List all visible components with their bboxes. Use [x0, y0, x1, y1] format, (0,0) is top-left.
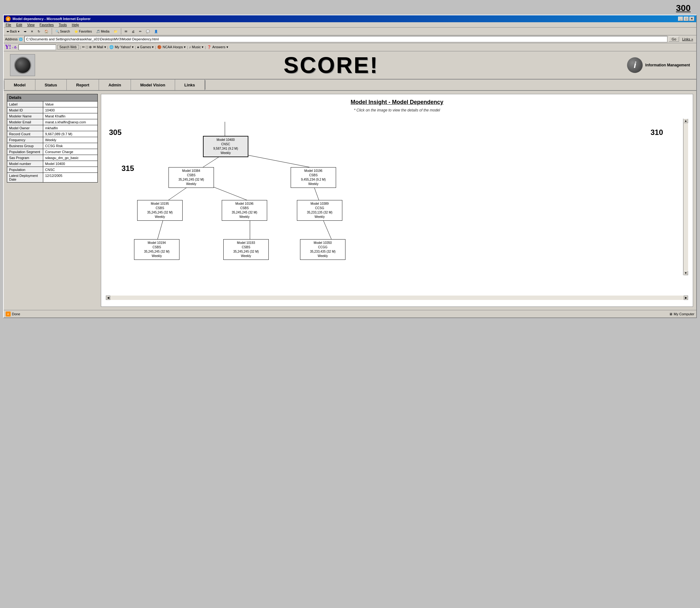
- model-10194-count: 35,245,245 (32 M): [136, 249, 177, 254]
- business-group-value: CCSG Risk: [43, 143, 98, 149]
- back-button[interactable]: ⬅ Back ▾: [5, 29, 21, 34]
- table-row: Modeler Email marat.s.khalfin@aexp.com: [7, 119, 98, 125]
- model-10195-freq: Weekly: [140, 215, 180, 219]
- yahoo-games-btn[interactable]: ♠ Games ▾: [137, 45, 154, 49]
- home-button[interactable]: 🏠: [43, 29, 50, 34]
- yahoo-edit-btn[interactable]: ✏ □ ⊕: [82, 45, 92, 49]
- diagram-container[interactable]: 305 310 315: [106, 119, 688, 294]
- model-10389-freq: Weekly: [299, 215, 340, 219]
- done-icon: e: [6, 311, 11, 317]
- model-10193-freq: Weekly: [225, 254, 266, 258]
- horizontal-scrollbar[interactable]: ◀ ▶: [106, 295, 688, 300]
- population-segment-value: Consumer Charge: [43, 149, 98, 155]
- titlebar-controls[interactable]: _ □ ✕: [678, 17, 694, 21]
- model-box-10384[interactable]: Model 10384 CSBS 35,245,245 (32 M) Weekl…: [168, 167, 214, 188]
- yahoo-music-btn[interactable]: ♪ Music ▾: [189, 45, 204, 49]
- logo-circle: [14, 57, 31, 74]
- business-group-label: Business Group: [7, 143, 43, 149]
- scroll-up-button[interactable]: ▲: [684, 119, 688, 123]
- favorites-button[interactable]: ⭐ Favorites: [73, 29, 93, 34]
- links-button[interactable]: Links »: [680, 37, 695, 41]
- menu-edit[interactable]: Edit: [16, 23, 22, 26]
- mail-button[interactable]: ✉: [123, 29, 129, 34]
- refresh-button[interactable]: ↻: [36, 29, 42, 34]
- modeler-name-label: Modeler Name: [7, 113, 43, 119]
- model-10196a-group: CSBS: [293, 173, 334, 177]
- latest-deployment-value: 12/12/2005: [43, 173, 98, 183]
- browser-title: Model dependency - Microsoft Internet Ex…: [13, 17, 91, 21]
- population-segment-label: Population Segment: [7, 149, 43, 155]
- history-button[interactable]: 📁: [112, 29, 119, 34]
- details-panel: Details Label Value Model ID 10400 Model…: [7, 94, 98, 307]
- yahoo-ncaa-btn[interactable]: 🏀 NCAA Hoops ▾: [157, 45, 186, 49]
- menu-view[interactable]: View: [27, 23, 35, 26]
- nav-model[interactable]: Model: [4, 79, 35, 90]
- model-10350-group: CCGG: [302, 245, 343, 249]
- table-row: Population CNSC: [7, 167, 98, 173]
- maximize-button[interactable]: □: [684, 17, 689, 21]
- table-row: Frequency Weekly: [7, 137, 98, 143]
- model-10389-count: 35,233,135 (32 M): [299, 210, 340, 215]
- nav-links[interactable]: Links: [175, 79, 205, 90]
- stop-button[interactable]: ✕: [29, 29, 35, 34]
- yahoo-myyahoo-btn[interactable]: 🌐 My Yahoo! ▾: [109, 45, 134, 49]
- table-row: Latest Deployment Date 12/12/2005: [7, 173, 98, 183]
- model-box-10196b[interactable]: Model 10196 CSBS 35,245,245 (32 M) Weekl…: [222, 200, 267, 221]
- main-content: Details Label Value Model ID 10400 Model…: [4, 91, 696, 310]
- model-box-10195[interactable]: Model 10195 CSBS 35,245,245 (32 M) Weekl…: [137, 200, 183, 221]
- model-10389-group: CCSG: [299, 206, 340, 210]
- print-button[interactable]: 🖨: [130, 29, 136, 34]
- nav-status[interactable]: Status: [35, 79, 67, 90]
- titlebar-left: e Model dependency - Microsoft Internet …: [6, 16, 91, 21]
- menu-favorites[interactable]: Favorites: [39, 23, 54, 26]
- discuss-button[interactable]: 💬: [144, 29, 151, 34]
- model-box-10196a[interactable]: Model 10196 CSBS 9,455,234 (9.2 M) Weekl…: [291, 167, 336, 188]
- model-10350-freq: Weekly: [302, 254, 343, 258]
- menu-help[interactable]: Help: [72, 23, 79, 26]
- menu-tools[interactable]: Tools: [59, 23, 67, 26]
- latest-deployment-label: Latest Deployment Date: [7, 173, 43, 183]
- model-box-10194[interactable]: Model 10194 CSBS 35,245,245 (32 M) Weekl…: [134, 239, 180, 260]
- model-box-10389[interactable]: Model 10389 CCSG 35,233,135 (32 M) Weekl…: [297, 200, 342, 221]
- toolbar-sep2: [121, 28, 121, 35]
- edit-button[interactable]: ✏: [137, 29, 143, 34]
- yahoo-answers-btn[interactable]: ❓ Answers ▾: [207, 45, 228, 49]
- search-web-button[interactable]: Search Web: [57, 45, 79, 50]
- label-label: Label: [7, 101, 43, 108]
- model-number-value: Model 10400: [43, 161, 98, 167]
- model-box-10400[interactable]: Model 10400 CNSC 9,587,341 (9.2 M) Weekl…: [203, 136, 248, 157]
- app-header: SCORE! i Information Management: [4, 51, 696, 79]
- nav-admin[interactable]: Admin: [99, 79, 131, 90]
- diagram-title: Model Insight - Model Dependency: [106, 99, 688, 106]
- model-box-10193[interactable]: Model 10193 CSBS 35,245,245 (32 M) Weekl…: [223, 239, 269, 260]
- scroll-right-button[interactable]: ▶: [684, 296, 688, 300]
- model-10193-count: 35,245,245 (32 M): [225, 249, 266, 254]
- nav-report[interactable]: Report: [67, 79, 99, 90]
- yahoo-mail-btn[interactable]: ✉ Mail ▾: [93, 45, 106, 49]
- scroll-left-button[interactable]: ◀: [106, 296, 110, 300]
- sep4: |: [155, 45, 156, 49]
- address-input[interactable]: [24, 36, 667, 42]
- population-label: Population: [7, 167, 43, 173]
- scrollbar-right[interactable]: ▲ ▼: [683, 119, 688, 275]
- go-button[interactable]: Go: [669, 37, 679, 42]
- media-button[interactable]: 🎵 Media: [95, 29, 111, 34]
- yahoo-search-input[interactable]: [18, 44, 56, 50]
- messenger-button[interactable]: 👤: [152, 29, 160, 34]
- model-10196b-group: CSBS: [224, 206, 265, 210]
- my-computer-icon: 🖥: [669, 312, 673, 316]
- close-button[interactable]: ✕: [689, 17, 694, 21]
- status-bar: e Done 🖥 My Computer: [4, 310, 696, 318]
- minimize-button[interactable]: _: [678, 17, 683, 21]
- details-table: Details Label Value Model ID 10400 Model…: [7, 94, 98, 183]
- forward-button[interactable]: ➡: [22, 29, 28, 34]
- scroll-down-button[interactable]: ▼: [684, 271, 688, 275]
- sep1: |: [80, 45, 81, 49]
- search-button[interactable]: 🔍 Search: [54, 29, 71, 34]
- sep5: |: [187, 45, 188, 49]
- model-box-10350[interactable]: Model 10350 CCGG 35,233,435 (32 M) Weekl…: [300, 239, 346, 260]
- table-row: Modeler Name Marat Khalfin: [7, 113, 98, 119]
- nav-model-vision[interactable]: Model Vision: [131, 79, 175, 90]
- menu-file[interactable]: File: [6, 23, 11, 26]
- app-title: SCORE!: [35, 52, 627, 78]
